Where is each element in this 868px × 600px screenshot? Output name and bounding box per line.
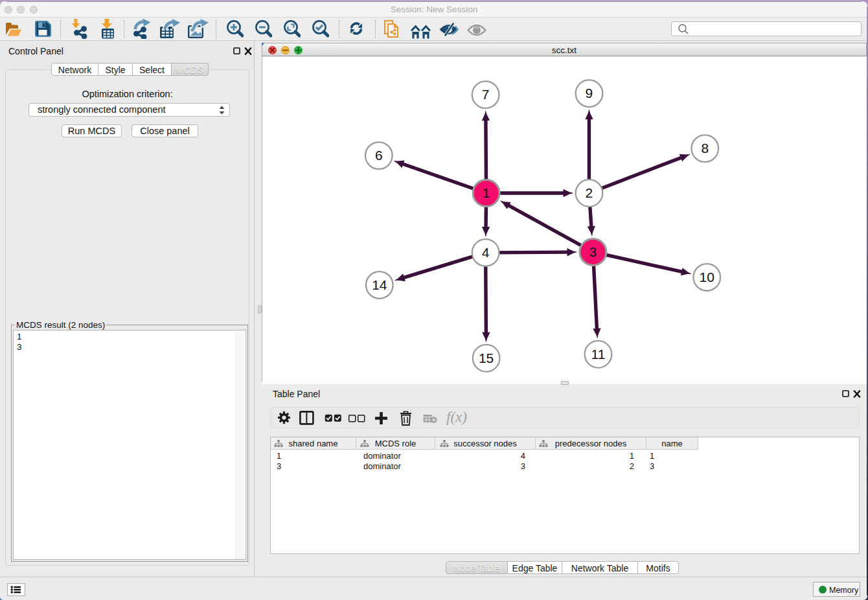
svg-text:6: 6 (375, 148, 383, 163)
svg-text:9: 9 (586, 86, 593, 100)
svg-text:3: 3 (589, 244, 597, 259)
svg-text:7: 7 (482, 87, 490, 102)
svg-text:10: 10 (700, 270, 714, 284)
svg-text:14: 14 (372, 277, 387, 292)
svg-text:15: 15 (479, 351, 494, 365)
svg-text:4: 4 (482, 245, 490, 260)
svg-text:1: 1 (483, 185, 490, 200)
svg-text:8: 8 (701, 141, 709, 156)
svg-text:2: 2 (586, 185, 593, 200)
svg-text:11: 11 (591, 347, 606, 362)
